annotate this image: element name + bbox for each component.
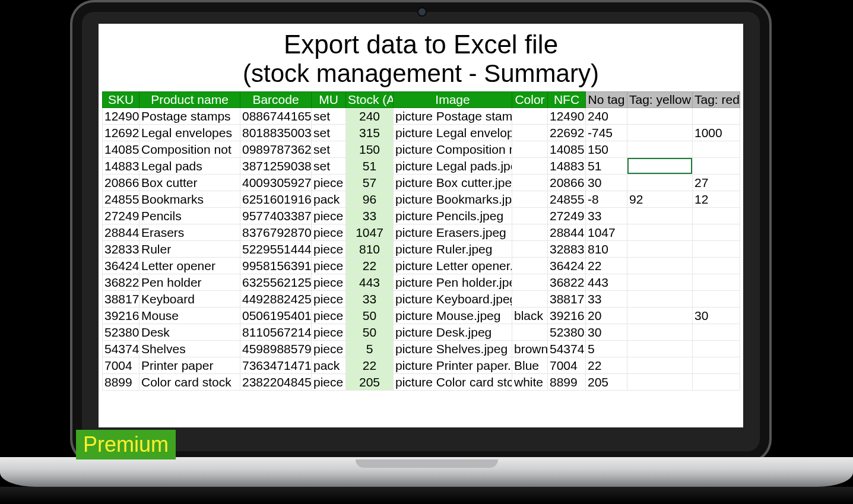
cell-tag_red[interactable]: [693, 274, 740, 291]
cell-tag_yellow[interactable]: [627, 108, 693, 125]
cell-tag_yellow[interactable]: [627, 141, 693, 158]
cell-notag[interactable]: 33: [586, 291, 627, 308]
cell-tag_red[interactable]: [693, 324, 740, 341]
cell-product[interactable]: Mouse: [139, 308, 240, 324]
cell-nfc[interactable]: 20866: [548, 175, 586, 191]
cell-nfc[interactable]: 7004: [548, 357, 586, 374]
cell-barcode[interactable]: 63255621251: [240, 274, 312, 291]
cell-sku[interactable]: 14085: [103, 141, 139, 158]
cell-notag[interactable]: -8: [586, 191, 627, 208]
cell-nfc[interactable]: 32883: [548, 241, 586, 258]
cell-nfc[interactable]: 36424: [548, 258, 586, 274]
cell-nfc[interactable]: 22692: [548, 125, 586, 141]
cell-color[interactable]: [512, 291, 548, 308]
cell-tag_yellow[interactable]: [627, 357, 693, 374]
cell-barcode[interactable]: 95774033876: [240, 208, 312, 224]
cell-tag_red[interactable]: [693, 241, 740, 258]
cell-color[interactable]: black: [512, 308, 548, 324]
cell-product[interactable]: Keyboard: [139, 291, 240, 308]
cell-color[interactable]: [512, 175, 548, 191]
cell-tag_yellow[interactable]: 92: [627, 191, 693, 208]
cell-product[interactable]: Letter opener: [139, 258, 240, 274]
cell-sku[interactable]: 20866: [103, 175, 139, 191]
cell-product[interactable]: Legal envelopes: [139, 125, 240, 141]
cell-barcode[interactable]: 99581563912: [240, 258, 312, 274]
cell-tag_yellow[interactable]: [627, 291, 693, 308]
cell-tag_red[interactable]: 30: [693, 308, 740, 324]
cell-tag_red[interactable]: [693, 291, 740, 308]
cell-product[interactable]: Ruler: [139, 241, 240, 258]
col-tag-yellow[interactable]: Tag: yellow: [627, 92, 693, 108]
cell-nfc[interactable]: 54374: [548, 341, 586, 357]
cell-notag[interactable]: 33: [586, 208, 627, 224]
cell-barcode[interactable]: 09897873629: [240, 141, 312, 158]
cell-notag[interactable]: 51: [586, 158, 627, 175]
cell-image[interactable]: picture Pencils.jpeg: [394, 208, 512, 224]
cell-image[interactable]: picture Ruler.jpeg: [394, 241, 512, 258]
cell-mu[interactable]: piece: [312, 374, 346, 391]
cell-sku[interactable]: 36822: [103, 274, 139, 291]
cell-tag_yellow[interactable]: [627, 125, 693, 141]
cell-sku[interactable]: 12490: [103, 108, 139, 125]
cell-tag_yellow[interactable]: [627, 341, 693, 357]
cell-image[interactable]: picture Letter opener.jpeg: [394, 258, 512, 274]
cell-tag_red[interactable]: 1000: [693, 125, 740, 141]
cell-mu[interactable]: pack: [312, 191, 346, 208]
cell-notag[interactable]: 150: [586, 141, 627, 158]
cell-product[interactable]: Pen holder: [139, 274, 240, 291]
cell-stock[interactable]: 240: [346, 108, 394, 125]
col-image[interactable]: Image: [394, 92, 512, 108]
col-notag[interactable]: No tag: [586, 92, 627, 108]
cell-stock[interactable]: 50: [346, 324, 394, 341]
cell-mu[interactable]: piece: [312, 224, 346, 241]
cell-notag[interactable]: 240: [586, 108, 627, 125]
cell-image[interactable]: picture Color card stc: [394, 374, 512, 391]
cell-tag_yellow[interactable]: [627, 258, 693, 274]
cell-color[interactable]: Blue: [512, 357, 548, 374]
cell-color[interactable]: [512, 224, 548, 241]
cell-mu[interactable]: piece: [312, 258, 346, 274]
cell-sku[interactable]: 54374: [103, 341, 139, 357]
cell-notag[interactable]: 22: [586, 258, 627, 274]
cell-tag_red[interactable]: 12: [693, 191, 740, 208]
cell-notag[interactable]: 30: [586, 324, 627, 341]
cell-image[interactable]: picture Composition noteboo: [394, 141, 512, 158]
cell-image[interactable]: picture Pen holder.jpeg: [394, 274, 512, 291]
cell-product[interactable]: Color card stock: [139, 374, 240, 391]
cell-tag_red[interactable]: [693, 341, 740, 357]
cell-barcode[interactable]: 05061954019: [240, 308, 312, 324]
cell-tag_red[interactable]: [693, 141, 740, 158]
col-nfc[interactable]: NFC: [548, 92, 586, 108]
cell-sku[interactable]: 14883: [103, 158, 139, 175]
cell-color[interactable]: [512, 158, 548, 175]
cell-image[interactable]: picture Bookmarks.jpeg: [394, 191, 512, 208]
col-product[interactable]: Product name: [139, 92, 240, 108]
col-tag-red[interactable]: Tag: red: [693, 92, 740, 108]
cell-stock[interactable]: 22: [346, 258, 394, 274]
cell-sku[interactable]: 39216: [103, 308, 139, 324]
cell-tag_yellow[interactable]: [627, 224, 693, 241]
cell-stock[interactable]: 33: [346, 208, 394, 224]
cell-stock[interactable]: 315: [346, 125, 394, 141]
cell-sku[interactable]: 28844: [103, 224, 139, 241]
cell-product[interactable]: Legal pads: [139, 158, 240, 175]
cell-nfc[interactable]: 39216: [548, 308, 586, 324]
cell-color[interactable]: [512, 108, 548, 125]
cell-color[interactable]: [512, 191, 548, 208]
cell-notag[interactable]: 5: [586, 341, 627, 357]
cell-barcode[interactable]: 45989885796: [240, 341, 312, 357]
cell-tag_red[interactable]: [693, 208, 740, 224]
cell-product[interactable]: Desk: [139, 324, 240, 341]
cell-barcode[interactable]: 23822048458: [240, 374, 312, 391]
cell-image[interactable]: picture Printer paper.: [394, 357, 512, 374]
cell-product[interactable]: Bookmarks: [139, 191, 240, 208]
cell-image[interactable]: picture Legal envelopes.jpeg: [394, 125, 512, 141]
cell-color[interactable]: white: [512, 374, 548, 391]
cell-mu[interactable]: piece: [312, 308, 346, 324]
col-color[interactable]: Color: [512, 92, 548, 108]
cell-mu[interactable]: pack: [312, 357, 346, 374]
cell-color[interactable]: [512, 241, 548, 258]
cell-mu[interactable]: piece: [312, 291, 346, 308]
cell-notag[interactable]: 30: [586, 175, 627, 191]
cell-barcode[interactable]: 52295514445: [240, 241, 312, 258]
